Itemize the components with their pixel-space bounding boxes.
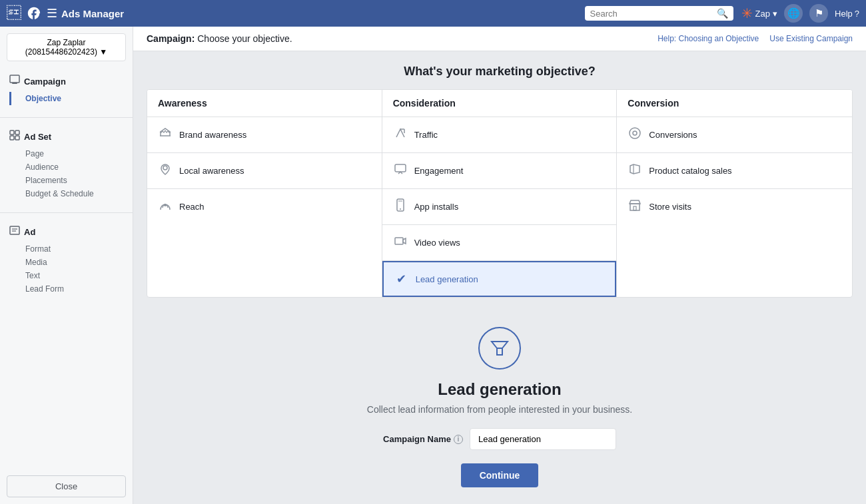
traffic-icon [393, 126, 408, 143]
search-input[interactable] [590, 9, 717, 19]
svg-rect-22 [634, 206, 636, 210]
flag-button[interactable]: ⚑ [809, 4, 828, 23]
globe-button[interactable]: 🌐 [784, 4, 803, 23]
adset-icon [9, 130, 20, 143]
lead-generation-label: Lead generation [416, 274, 478, 284]
engagement-item[interactable]: Engagement [382, 153, 617, 189]
store-visits-item[interactable]: Store visits [617, 189, 852, 224]
nav-actions: ✳ Zap ▾ 🌐 ⚑ Help ? [741, 4, 859, 23]
brand-awareness-icon [158, 126, 173, 143]
sidebar-item-placements[interactable]: Placements [9, 174, 123, 187]
svg-point-19 [633, 131, 637, 135]
consideration-header: Consideration [382, 90, 617, 117]
zap-flower-icon: ✳ [741, 5, 753, 21]
sidebar-item-lead-form[interactable]: Lead Form [9, 282, 123, 296]
objective-container: What's your marketing objective? Awarene… [133, 51, 866, 504]
app-title: Ads Manager [61, 8, 585, 19]
main-wrapper: Zap Zaplar (208154486202423) ▼ Campaign … [0, 27, 866, 504]
svg-rect-0 [10, 75, 19, 83]
campaign-name-label: Campaign Name i [383, 434, 463, 444]
ad-section: Ad Format Media Text Lead Form [0, 218, 133, 302]
svg-rect-1 [12, 83, 17, 84]
help-label: Help [835, 9, 853, 19]
account-selector[interactable]: Zap Zaplar (208154486202423) ▼ [7, 33, 126, 61]
adset-section-header: Ad Set [9, 130, 123, 143]
ad-section-header: Ad [9, 225, 123, 238]
use-existing-link[interactable]: Use Existing Campaign [769, 34, 853, 43]
campaign-name-info-icon[interactable]: i [454, 435, 463, 444]
help-question-icon: ? [855, 9, 859, 19]
sidebar-item-budget-schedule[interactable]: Budget & Schedule [9, 187, 123, 200]
product-catalog-item[interactable]: Product catalog sales [617, 153, 852, 189]
svg-point-15 [400, 208, 401, 210]
reach-item[interactable]: Reach [147, 189, 382, 224]
help-choosing-link[interactable]: Help: Choosing an Objective [657, 34, 759, 43]
conversions-icon [628, 126, 642, 143]
svg-point-18 [630, 128, 640, 138]
hamburger-icon[interactable]: ☰ [47, 6, 57, 21]
product-catalog-label: Product catalog sales [649, 166, 731, 176]
svg-rect-17 [395, 238, 403, 244]
funnel-icon [489, 338, 510, 359]
app-installs-item[interactable]: App installs [382, 189, 617, 225]
svg-rect-13 [395, 164, 406, 172]
local-awareness-icon [158, 162, 173, 179]
content-area: Campaign: Choose your objective. Help: C… [133, 27, 866, 504]
conversion-header: Conversion [617, 90, 852, 117]
header-links: Help: Choosing an Objective Use Existing… [657, 34, 853, 43]
sidebar: Zap Zaplar (208154486202423) ▼ Campaign … [0, 27, 133, 504]
sidebar-item-format[interactable]: Format [9, 242, 123, 256]
zap-button[interactable]: ✳ Zap ▾ [741, 5, 777, 21]
campaign-icon [9, 75, 20, 88]
detail-title: Lead generation [147, 380, 853, 399]
campaign-name-input[interactable] [470, 428, 616, 450]
svg-rect-5 [15, 136, 19, 140]
local-awareness-item[interactable]: Local awareness [147, 153, 382, 189]
reach-icon [158, 198, 173, 215]
store-visits-label: Store visits [649, 202, 691, 212]
top-navigation:  ☰ Ads Manager 🔍 ✳ Zap ▾ 🌐 ⚑ Help ? [0, 0, 866, 27]
reach-label: Reach [179, 202, 205, 212]
zap-label: Zap [755, 9, 770, 19]
product-catalog-icon [628, 162, 642, 179]
app-installs-icon [393, 198, 408, 215]
detail-description: Collect lead information from people int… [147, 404, 853, 415]
traffic-item[interactable]: Traffic [382, 117, 617, 153]
sidebar-item-page[interactable]: Page [9, 147, 123, 160]
adset-section: Ad Set Page Audience Placements Budget &… [0, 123, 133, 207]
search-icon: 🔍 [717, 8, 728, 19]
awareness-header: Awareness [147, 90, 382, 117]
app-installs-label: App installs [414, 202, 458, 212]
conversion-column: Conversion Conversions Product catalog s… [617, 90, 852, 297]
facebook-logo-icon [27, 6, 41, 21]
help-button[interactable]: Help ? [835, 9, 859, 19]
campaign-name-label-text: Campaign Name [383, 434, 451, 444]
sidebar-item-audience[interactable]: Audience [9, 160, 123, 174]
sidebar-item-objective[interactable]: Objective [9, 92, 123, 105]
sidebar-item-media[interactable]: Media [9, 256, 123, 269]
campaign-label: Campaign [24, 77, 66, 87]
lead-generation-item[interactable]: ✔ Lead generation [382, 261, 617, 297]
video-views-label: Video views [414, 238, 460, 248]
page-question: What's your marketing objective? [147, 65, 853, 79]
continue-button[interactable]: Continue [461, 463, 539, 487]
ad-icon [9, 225, 20, 238]
objective-table: Awareness Brand awareness Local awarenes… [147, 89, 853, 298]
brand-awareness-item[interactable]: Brand awareness [147, 117, 382, 153]
content-header-title: Campaign: Choose your objective. [147, 33, 292, 44]
close-button[interactable]: Close [7, 475, 126, 497]
video-views-item[interactable]: Video views [382, 225, 617, 261]
sidebar-item-text[interactable]: Text [9, 269, 123, 282]
engagement-label: Engagement [414, 166, 464, 176]
conversions-item[interactable]: Conversions [617, 117, 852, 153]
engagement-icon [393, 162, 408, 179]
lead-generation-check-icon: ✔ [394, 272, 409, 286]
campaign-header-title: Choose your objective. [197, 33, 292, 44]
adset-label: Ad Set [24, 132, 51, 142]
ad-label: Ad [24, 227, 35, 237]
svg-rect-6 [10, 226, 19, 234]
consideration-column: Consideration Traffic Engagement [382, 90, 618, 297]
awareness-column: Awareness Brand awareness Local awarenes… [147, 90, 382, 297]
svg-rect-4 [10, 136, 14, 140]
campaign-section-header: Campaign [9, 75, 123, 88]
